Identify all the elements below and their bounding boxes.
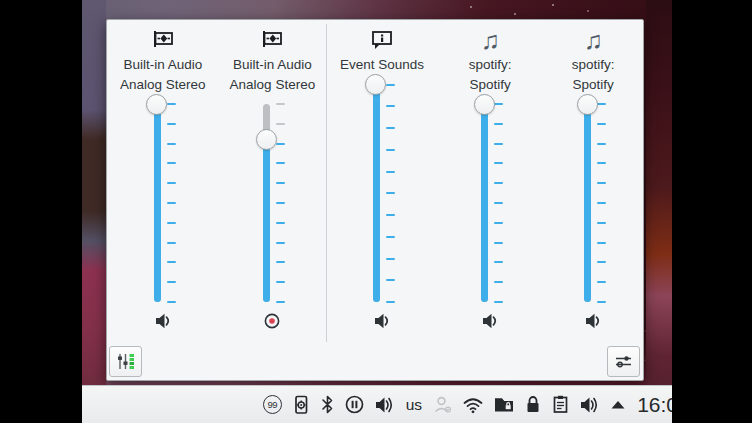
slider-fill <box>373 85 380 302</box>
system-tray-panel: 99 <box>82 385 672 423</box>
wifi-icon[interactable] <box>462 392 484 418</box>
user-switch-icon[interactable] <box>432 392 453 418</box>
slider-tick <box>386 279 395 281</box>
slider-tick <box>494 242 503 244</box>
wallpaper-sparkle <box>514 13 516 15</box>
slider-rail[interactable] <box>481 104 488 302</box>
slider-tick <box>276 261 285 263</box>
slider-rail[interactable] <box>154 104 161 302</box>
slider-tick <box>597 202 606 204</box>
volume-mixer-popup: Built-in Audio Analog Stereo <box>106 19 644 381</box>
slider-rail[interactable] <box>373 85 380 302</box>
slider-tick <box>597 123 606 125</box>
channel-label: spotify: Spotify <box>469 55 512 94</box>
slider-tick <box>494 281 503 283</box>
slider-tick <box>276 242 285 244</box>
music-notes-icon: ♫ <box>481 27 500 53</box>
slider-tick <box>386 301 395 303</box>
kdeconnect-icon[interactable] <box>291 392 311 418</box>
volume-slider[interactable] <box>473 104 507 302</box>
slider-tick <box>597 242 606 244</box>
slider-fill <box>263 140 270 302</box>
wallpaper-sparkle <box>552 4 554 6</box>
slider-handle[interactable] <box>256 129 277 150</box>
slider-tick <box>167 222 176 224</box>
slider-tick <box>386 127 395 129</box>
channel-label: Built-in Audio Analog Stereo <box>230 55 316 94</box>
clock[interactable]: 16:0 <box>637 393 672 417</box>
audio-card-icon <box>151 27 175 53</box>
slider-tick <box>597 222 606 224</box>
slider-tick <box>494 301 503 303</box>
channel-spotify-2: ♫ spotify: Spotify <box>543 20 643 342</box>
volume-slider[interactable] <box>576 104 610 302</box>
slider-tick <box>167 182 176 184</box>
bluetooth-icon[interactable] <box>320 392 335 418</box>
lock-icon[interactable] <box>524 392 542 418</box>
volume-slider[interactable] <box>146 104 180 302</box>
expand-arrow-icon[interactable] <box>610 392 626 418</box>
slider-tick <box>167 103 176 105</box>
kmix-levels-icon <box>116 352 135 371</box>
slider-ticks <box>494 104 504 302</box>
slider-tick <box>276 162 285 164</box>
slider-tick <box>597 261 606 263</box>
slider-tick <box>494 103 503 105</box>
volume-slider[interactable] <box>255 104 289 302</box>
mixer-button[interactable] <box>109 346 142 377</box>
slider-tick <box>386 192 395 194</box>
wallpaper-left-strip <box>82 0 106 423</box>
slider-tick <box>386 171 395 173</box>
slider-tick <box>597 103 606 105</box>
music-notes-icon: ♫ <box>584 27 603 53</box>
slider-tick <box>167 261 176 263</box>
slider-tick <box>167 242 176 244</box>
slider-tick <box>597 281 606 283</box>
slider-rail[interactable] <box>584 104 591 302</box>
battery-badge[interactable]: 99 <box>263 392 282 418</box>
speaker-icon[interactable] <box>480 308 500 334</box>
channel-label: Built-in Audio Analog Stereo <box>120 55 206 94</box>
slider-tick <box>276 123 285 125</box>
slider-tick <box>167 143 176 145</box>
speaker-icon[interactable] <box>372 308 392 334</box>
slider-tick <box>276 301 285 303</box>
slider-tick <box>276 182 285 184</box>
slider-tick <box>276 281 285 283</box>
slider-handle[interactable] <box>474 94 495 115</box>
slider-tick <box>167 301 176 303</box>
media-pause-icon[interactable] <box>344 392 365 418</box>
slider-handle[interactable] <box>577 94 598 115</box>
slider-tick <box>494 123 503 125</box>
slider-tick <box>494 143 503 145</box>
volume-icon[interactable] <box>374 392 396 418</box>
screenshot-canvas: Built-in Audio Analog Stereo <box>0 0 752 423</box>
channel-list: Built-in Audio Analog Stereo <box>107 20 643 342</box>
slider-tick <box>494 261 503 263</box>
speaker-icon[interactable] <box>153 308 173 334</box>
speaker-icon[interactable] <box>583 308 603 334</box>
clipboard-icon[interactable] <box>551 392 570 418</box>
slider-tick <box>494 222 503 224</box>
slider-tick <box>167 202 176 204</box>
keyboard-layout-indicator[interactable]: us <box>405 392 423 418</box>
record-icon[interactable] <box>263 308 281 334</box>
wallpaper-sparkle <box>587 10 589 12</box>
vault-icon[interactable] <box>493 392 515 418</box>
volume-icon[interactable] <box>579 392 601 418</box>
audio-settings-button[interactable] <box>607 346 640 377</box>
slider-tick <box>597 182 606 184</box>
notification-bubble-icon <box>370 27 394 53</box>
slider-tick <box>597 162 606 164</box>
slider-handle[interactable] <box>146 94 167 115</box>
channel-spotify-1: ♫ spotify: Spotify <box>437 20 544 342</box>
slider-tick <box>167 281 176 283</box>
slider-fill <box>481 104 488 302</box>
volume-slider[interactable] <box>365 85 399 302</box>
slider-fill <box>584 104 591 302</box>
slider-handle[interactable] <box>365 74 386 95</box>
slider-tick <box>386 149 395 151</box>
slider-tick <box>597 301 606 303</box>
channel-event-sounds: Event Sounds <box>327 20 437 342</box>
slider-tick <box>494 182 503 184</box>
